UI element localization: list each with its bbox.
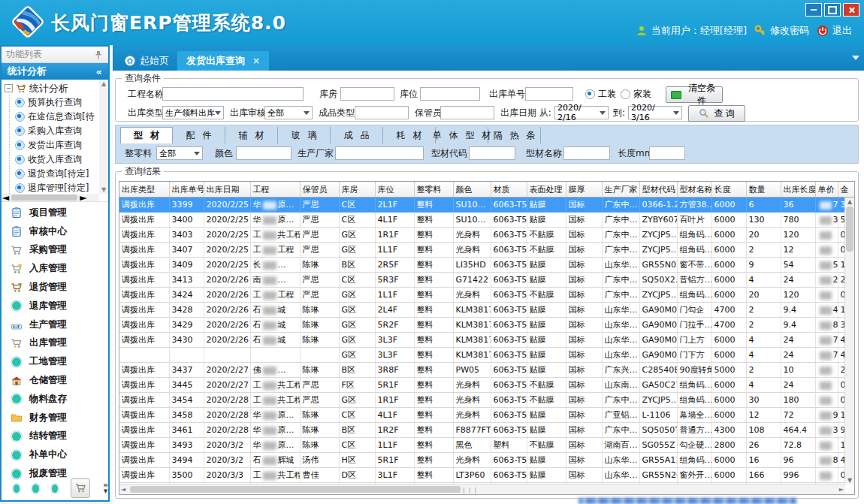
sidebar-item-补单中心[interactable]: 补单中心 bbox=[2, 445, 108, 464]
module-dot-icon[interactable] bbox=[52, 484, 58, 493]
column-header-出库长度[interactable]: 出库长度 bbox=[781, 182, 815, 198]
column-header-材质[interactable]: 材质 bbox=[491, 182, 527, 198]
scroll-left-icon[interactable]: ◄ bbox=[2, 192, 9, 202]
code-input[interactable] bbox=[469, 146, 515, 160]
table-row[interactable]: 调拨出库34132020/2/26南…严思C区5R3F整料G714226063-… bbox=[119, 273, 854, 288]
table-row[interactable]: 调拨出库34302020/2/26石城陈琳G区3L3F整料KLM38176063… bbox=[119, 333, 854, 348]
column-header-生产厂家[interactable]: 生产厂家 bbox=[602, 182, 639, 198]
order-no-input[interactable] bbox=[525, 87, 573, 101]
module-dot-icon[interactable] bbox=[14, 484, 20, 493]
tab-close-icon[interactable]: × bbox=[252, 56, 260, 66]
scroll-left-icon[interactable]: ◄ bbox=[121, 486, 125, 493]
change-password[interactable]: 修改密码 bbox=[754, 24, 809, 38]
sidebar-item-仓储管理[interactable]: 仓储管理 bbox=[2, 371, 108, 390]
tab-overflow-icon[interactable] bbox=[852, 56, 859, 60]
table-row[interactable]: 调拨出库34612020/2/28华原…陈琳B区1R2F整料F8877FT606… bbox=[119, 423, 854, 438]
tree-item[interactable]: 退货查询[待定] bbox=[2, 167, 99, 181]
table-row[interactable]: 调拨出库34542020/2/28工共工程严思G区1R1F整料光身料6063-T… bbox=[119, 393, 854, 408]
table-row[interactable]: 调拨出库34372020/2/27佛…陈琳B区3R8F整料PW056063-T5… bbox=[119, 363, 854, 378]
section-bar[interactable]: 统计分析 « bbox=[2, 63, 108, 80]
tree-vertical-scrollbar[interactable]: ▲ ▼ bbox=[99, 80, 108, 194]
table-row[interactable]: 调拨出库34452020/2/27工共工程严思F区5R1F整料光身料6063-T… bbox=[119, 378, 854, 393]
column-header-颜色[interactable]: 颜色 bbox=[453, 182, 491, 198]
sidebar-item-工地管理[interactable]: 工地管理 bbox=[2, 352, 108, 371]
table-row[interactable]: 调拨出库34092020/2/25长…陈琳B区2R5F整料LI35HD6063-… bbox=[119, 258, 854, 273]
column-header-库位[interactable]: 库位 bbox=[375, 182, 414, 198]
length-input[interactable] bbox=[649, 146, 685, 160]
maker-input[interactable] bbox=[335, 146, 424, 160]
material-tab-耗材[interactable]: 耗 材 bbox=[383, 127, 436, 143]
sidebar-item-财务管理[interactable]: 财务管理 bbox=[2, 409, 108, 427]
material-tab-玻璃[interactable]: 玻 璃 bbox=[278, 127, 331, 143]
material-tab-隔热条[interactable]: 隔 热 条 bbox=[488, 127, 541, 143]
scroll-down-icon[interactable]: ▼ bbox=[99, 186, 108, 194]
column-header-出库类型[interactable]: 出库类型 bbox=[119, 182, 169, 198]
tree-item[interactable]: 发货出库查询 bbox=[2, 138, 99, 152]
more-modules-button[interactable]: »▾ bbox=[103, 482, 108, 494]
minimize-button[interactable] bbox=[805, 3, 822, 17]
maximize-button[interactable] bbox=[824, 3, 841, 17]
close-button[interactable] bbox=[843, 3, 859, 17]
table-row[interactable]: 调拨出库34932020/3/2华原…陈琳C区1L1F整料黑色塑料不贴膜国标湖南… bbox=[119, 438, 854, 453]
sidebar-item-入库管理[interactable]: 入库管理 bbox=[2, 259, 108, 278]
tree-item[interactable]: 采购入库查询 bbox=[2, 124, 99, 138]
keeper-input[interactable] bbox=[440, 106, 494, 119]
table-row[interactable]: G区3L3F整料KLM38176063-T5贴膜国标山东华…GA90M09.门下… bbox=[119, 348, 854, 363]
column-header-表面处理[interactable]: 表面处理 bbox=[527, 182, 566, 198]
sidebar-item-审核中心[interactable]: 审核中心 bbox=[2, 222, 108, 241]
table-row[interactable]: 调拨出库34032020/2/25工共工程严思G区1R1F整料光身料6063-T… bbox=[119, 228, 854, 243]
date-from-select[interactable]: 2020/ 2/16 bbox=[554, 106, 609, 119]
sidebar-item-项目管理[interactable]: 项目管理 bbox=[2, 204, 108, 222]
out-type-select[interactable]: 生产领料出库 bbox=[162, 106, 224, 119]
tab-shipment-query[interactable]: 发货出库查询 × bbox=[177, 51, 269, 71]
date-to-select[interactable]: 2020/ 3/16 bbox=[628, 106, 682, 119]
radio-jiazhuang[interactable]: 家装 bbox=[621, 88, 651, 101]
material-tab-成品[interactable]: 成 品 bbox=[331, 127, 383, 143]
scroll-right-icon[interactable]: ► bbox=[839, 486, 844, 493]
column-header-出库单号[interactable]: 出库单号 bbox=[169, 182, 204, 198]
scroll-up-icon[interactable]: ▲ bbox=[845, 198, 854, 205]
statistics-module-button[interactable] bbox=[71, 478, 90, 498]
collapse-icon[interactable]: « bbox=[96, 66, 102, 77]
column-header-型材名称[interactable]: 型材名称 bbox=[677, 182, 711, 198]
scroll-right-icon[interactable]: ► bbox=[80, 192, 86, 202]
sidebar-item-退库管理[interactable]: 退库管理 bbox=[2, 297, 108, 315]
table-row[interactable]: 调拨出库33992020/2/25华原…严思C区2L1F整料SU10…6063-… bbox=[119, 198, 854, 213]
pin-icon[interactable] bbox=[93, 50, 104, 60]
material-tab-配件[interactable]: 配 件 bbox=[173, 127, 225, 143]
column-header-工程[interactable]: 工程 bbox=[250, 182, 300, 198]
tree-item[interactable]: 收货入库查询 bbox=[2, 152, 99, 167]
table-row[interactable]: 调拨出库34942020/3/2石辉城汤伟H区5R1F整料光身料6063-T5贴… bbox=[119, 453, 854, 468]
clear-conditions-button[interactable]: 清空条件 bbox=[666, 86, 723, 103]
table-row[interactable]: 调拨出库34292020/2/26石城陈琳G区5R2F整料KLM38176063… bbox=[119, 318, 854, 333]
tree-root[interactable]: −统计分析 bbox=[2, 81, 99, 95]
search-button[interactable]: 查 询 bbox=[688, 105, 745, 122]
table-row[interactable]: 调拨出库34282020/2/26石城陈琳G区2L4F整料KLM38176063… bbox=[119, 303, 854, 318]
grid-hscroll-thumb[interactable] bbox=[130, 486, 461, 493]
tree-expander-icon[interactable]: − bbox=[5, 84, 13, 92]
column-header-型材代码[interactable]: 型材代码 bbox=[639, 182, 677, 198]
project-name-input[interactable] bbox=[162, 87, 304, 101]
table-row[interactable]: 调拨出库34002020/2/25华原…严思C区4L1F整料SU10…6063-… bbox=[119, 213, 854, 228]
scroll-down-icon[interactable]: ▼ bbox=[845, 477, 854, 484]
name-input[interactable] bbox=[563, 146, 610, 160]
column-header-库房[interactable]: 库房 bbox=[339, 182, 375, 198]
material-tab-单体型材[interactable]: 单 体 型 材 bbox=[436, 127, 488, 143]
grid-horizontal-scrollbar[interactable]: ◄ ❘❘❘ ► bbox=[119, 484, 845, 494]
scroll-up-icon[interactable]: ▲ bbox=[99, 80, 108, 88]
tree-item[interactable]: 预算执行查询 bbox=[2, 95, 99, 110]
sidebar-item-物料盘存[interactable]: 物料盘存 bbox=[2, 390, 108, 409]
column-header-单价[interactable]: 单价 bbox=[815, 182, 838, 198]
tree-item[interactable]: 在途信息查询[待 bbox=[2, 110, 99, 124]
sidebar-item-退货管理[interactable]: 退货管理 bbox=[2, 278, 108, 297]
column-header-长度[interactable]: 长度 bbox=[711, 182, 746, 198]
column-header-金[interactable]: 金 bbox=[838, 182, 854, 198]
sidebar-item-生产管理[interactable]: 生产管理 bbox=[2, 315, 108, 334]
column-header-保管员[interactable]: 保管员 bbox=[300, 182, 339, 198]
warehouse-input[interactable] bbox=[340, 87, 394, 101]
material-tab-型材[interactable]: 型 材 bbox=[120, 127, 173, 143]
material-tab-辅材[interactable]: 辅 材 bbox=[225, 127, 278, 143]
table-row[interactable]: 调拨出库35002020/3/3工共工程曹佳D区3L1F整料LT3P606063… bbox=[119, 468, 854, 483]
column-header-膜厚[interactable]: 膜厚 bbox=[566, 182, 602, 198]
whole-part-select[interactable]: 全部 bbox=[156, 146, 203, 160]
